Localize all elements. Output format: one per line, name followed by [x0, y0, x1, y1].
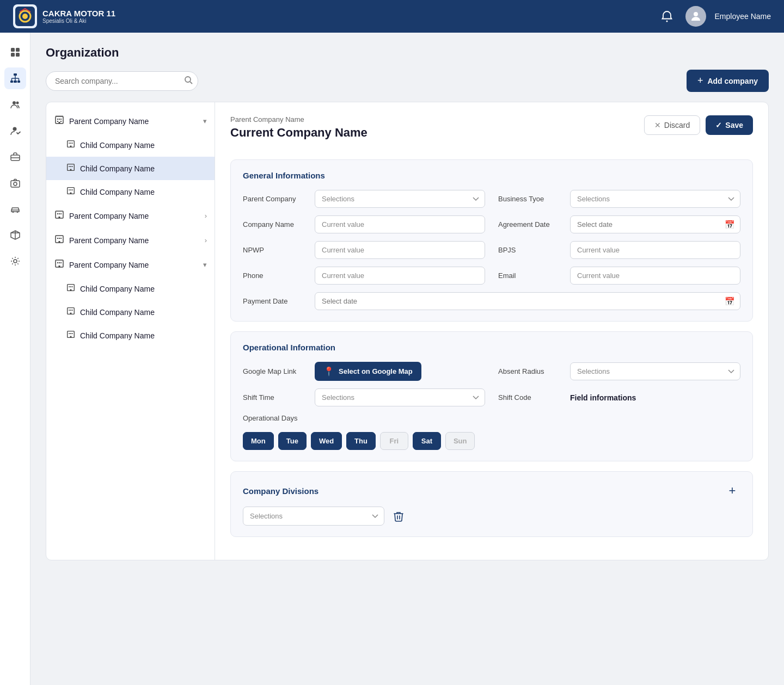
- svg-point-25: [12, 211, 14, 213]
- sidebar-item-grid[interactable]: [4, 41, 26, 63]
- npwp-label: NPWP: [243, 246, 308, 254]
- tree-child-1-2[interactable]: Child Company Name: [46, 157, 215, 180]
- business-type-row: Business Tyoe Selections: [498, 190, 740, 208]
- parent-company-label: Parent Company: [243, 195, 308, 203]
- tree-child-1-1[interactable]: Child Company Name: [46, 133, 215, 157]
- logo-icon: [13, 4, 37, 28]
- tree-child-4-1[interactable]: Child Company Name: [46, 277, 215, 300]
- svg-rect-10: [10, 81, 13, 83]
- svg-rect-54: [72, 189, 73, 190]
- svg-rect-39: [59, 122, 60, 124]
- sidebar-item-package[interactable]: [4, 224, 26, 246]
- x-icon: ✕: [654, 121, 661, 129]
- shift-code-value: Field informations: [570, 393, 636, 402]
- svg-rect-44: [72, 143, 73, 144]
- general-info-title: General Informations: [243, 171, 740, 180]
- absent-radius-row: Absent Radius Selections: [498, 362, 740, 381]
- svg-rect-79: [72, 310, 73, 311]
- bpjs-input[interactable]: [570, 241, 740, 259]
- building-icon-1: [54, 114, 65, 128]
- tree-child-1-3[interactable]: Child Company Name: [46, 180, 215, 203]
- payment-date-row: Payment Date 📅: [243, 292, 740, 310]
- parent-company-select[interactable]: Selections: [315, 190, 485, 208]
- discard-button[interactable]: ✕ Discard: [644, 115, 700, 135]
- svg-rect-52: [69, 189, 70, 190]
- tree-child-4-2[interactable]: Child Company Name: [46, 300, 215, 324]
- email-input[interactable]: [570, 267, 740, 285]
- delete-division-button-1[interactable]: [390, 508, 407, 525]
- search-button[interactable]: [184, 76, 193, 87]
- email-label: Email: [498, 271, 564, 280]
- divisions-header: Company Divisions +: [243, 483, 740, 499]
- sidebar-item-settings[interactable]: [4, 250, 26, 272]
- day-wed-button[interactable]: Wed: [311, 432, 342, 450]
- save-button[interactable]: ✓ Save: [706, 115, 753, 135]
- day-tue-button[interactable]: Tue: [278, 432, 307, 450]
- tree-parent-1[interactable]: Parent Company Name ▾: [46, 109, 215, 133]
- phone-input[interactable]: [315, 267, 485, 285]
- payment-date-label: Payment Date: [243, 297, 308, 305]
- company-name-input[interactable]: [315, 215, 485, 233]
- tree-parent-3[interactable]: Parent Company Name ›: [46, 228, 215, 252]
- payment-date-input[interactable]: [315, 292, 740, 310]
- sidebar-item-org[interactable]: [4, 67, 26, 89]
- page-title: Organization: [46, 46, 769, 60]
- tree-child-4-3[interactable]: Child Company Name: [46, 324, 215, 347]
- absent-radius-select[interactable]: Selections: [570, 362, 740, 380]
- detail-title: Current Company Name: [230, 126, 367, 140]
- npwp-input[interactable]: [315, 241, 485, 259]
- svg-rect-55: [70, 193, 72, 194]
- svg-rect-58: [59, 213, 60, 214]
- sidebar-item-camera[interactable]: [4, 172, 26, 194]
- day-sun-button[interactable]: Sun: [445, 432, 475, 450]
- search-input[interactable]: [46, 71, 198, 91]
- employee-name: Employee Name: [715, 12, 771, 21]
- action-buttons: ✕ Discard ✓ Save: [644, 115, 753, 135]
- building-sm-icon: [66, 139, 76, 151]
- day-fri-button[interactable]: Fri: [380, 432, 408, 450]
- svg-rect-60: [59, 217, 60, 218]
- tree-parent-4[interactable]: Parent Company Name ▾: [46, 252, 215, 277]
- svg-rect-6: [16, 48, 20, 52]
- svg-rect-59: [60, 213, 62, 214]
- chevron-down-4: ▾: [203, 261, 207, 269]
- business-type-select[interactable]: Selections: [570, 190, 740, 208]
- search-box: [46, 71, 198, 91]
- tree-parent-2[interactable]: Parent Company Name ›: [46, 203, 215, 228]
- svg-rect-80: [70, 313, 72, 314]
- svg-rect-12: [17, 81, 20, 83]
- svg-rect-43: [70, 143, 71, 144]
- shift-time-row: Shift Time Selections: [243, 388, 485, 406]
- content-area: Organization + Add company: [30, 33, 784, 685]
- google-map-label: Google Map Link: [243, 367, 308, 375]
- chevron-right-3: ›: [205, 236, 207, 244]
- svg-point-26: [16, 211, 18, 213]
- division-select-1[interactable]: Selections: [243, 507, 384, 526]
- day-mon-button[interactable]: Mon: [243, 432, 274, 450]
- add-division-button[interactable]: +: [724, 483, 740, 499]
- day-sat-button[interactable]: Sat: [413, 432, 441, 450]
- svg-rect-48: [70, 166, 71, 167]
- add-company-button[interactable]: + Add company: [687, 70, 769, 92]
- absent-radius-label: Absent Radius: [498, 367, 564, 375]
- sidebar-item-car[interactable]: [4, 198, 26, 220]
- svg-rect-38: [60, 121, 62, 122]
- shift-time-select[interactable]: Selections: [315, 388, 485, 406]
- sidebar-item-user-check[interactable]: [4, 120, 26, 141]
- agreement-date-input[interactable]: [570, 215, 740, 233]
- svg-rect-53: [70, 189, 71, 190]
- sidebar-item-users[interactable]: [4, 94, 26, 115]
- svg-rect-72: [69, 286, 70, 287]
- select-on-google-map-button[interactable]: 📍 Select on Google Map: [315, 362, 421, 381]
- operational-info-title: Operational Information: [243, 343, 740, 352]
- svg-rect-75: [70, 289, 72, 291]
- svg-rect-83: [70, 333, 71, 334]
- notification-button[interactable]: [657, 7, 677, 26]
- business-type-label: Business Tyoe: [498, 195, 564, 203]
- svg-point-18: [13, 101, 16, 104]
- day-thu-button[interactable]: Thu: [346, 432, 376, 450]
- svg-rect-84: [72, 333, 73, 334]
- phone-row: Phone: [243, 267, 485, 285]
- svg-rect-82: [69, 333, 70, 334]
- sidebar-item-briefcase[interactable]: [4, 146, 26, 168]
